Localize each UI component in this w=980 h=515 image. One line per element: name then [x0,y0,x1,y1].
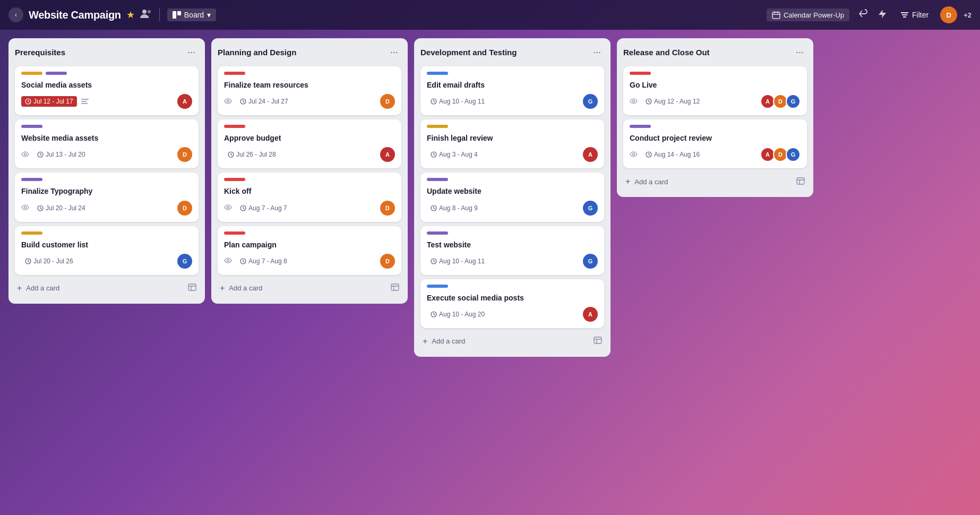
card-tag [427,178,448,181]
card-title-approve-budget: Approve budget [224,133,395,143]
card-tag [224,72,245,75]
collapse-button[interactable]: ‹ [8,7,23,22]
card-approve-budget[interactable]: Approve budget Jul 26 - Jul 28 A [218,119,401,168]
card-tag [21,125,42,128]
column-development: Development and Testing ··· Edit email d… [414,38,611,357]
header-left: ‹ Website Campaign ★ Board ▾ [8,7,761,22]
card-website-media[interactable]: Website media assets Jul 13 - Jul 20 D [15,119,199,168]
column-planning: Planning and Design ··· Finalize team re… [211,38,408,304]
plus-icon: + [220,284,225,293]
avatar-approve-budget: A [380,147,395,162]
avatar-plus-count[interactable]: +2 [964,11,972,19]
template-icon-release[interactable] [796,177,805,186]
column-title-development: Development and Testing [420,48,517,57]
card-tag [224,178,245,181]
template-icon-development[interactable] [594,337,602,346]
svg-point-1 [148,10,151,13]
lightning-icon[interactable] [876,7,889,23]
card-footer-left: Jul 24 - Jul 27 [224,96,292,107]
avatar-test-website: G [583,254,598,269]
eye-icon [630,151,638,159]
card-conduct-review[interactable]: Conduct project review Aug 14 - Aug 16 A… [623,119,807,168]
column-header-release: Release and Close Out ··· [623,45,807,62]
card-test-website[interactable]: Test website Aug 10 - Aug 11 G [420,226,604,275]
svg-point-41 [633,100,635,102]
add-card-release[interactable]: + Add a card [623,173,807,191]
star-icon[interactable]: ★ [126,9,135,21]
calendar-powerup-button[interactable]: Calendar Power-Up [767,8,849,21]
add-card-left: + Add a card [625,177,668,186]
card-tags [427,125,598,129]
card-social-media[interactable]: Social media assets Jul 12 - Jul 17 A [15,66,199,115]
column-menu-prerequisites[interactable]: ··· [184,46,199,59]
template-icon-planning[interactable] [391,284,399,293]
column-title-planning: Planning and Design [218,48,296,57]
avatar-d[interactable]: D [940,6,957,23]
card-finalize-team[interactable]: Finalize team resources Jul 24 - Jul 27 … [218,66,401,115]
date-badge-go-live: Aug 12 - Aug 12 [642,96,703,107]
card-tags [224,231,395,236]
column-prerequisites: Prerequisites ··· Social media assets Ju… [8,38,205,304]
column-header-prerequisites: Prerequisites ··· [15,45,199,62]
card-title-conduct-review: Conduct project review [630,133,801,143]
card-footer-left: Jul 20 - Jul 26 [21,256,77,267]
date-badge-finish-legal: Aug 3 - Aug 4 [427,149,482,160]
plus-icon: + [423,337,427,346]
share-icon[interactable] [856,7,870,23]
board-view-button[interactable]: Board ▾ [167,8,216,21]
card-footer-conduct-review: Aug 14 - Aug 16 ADG [630,147,801,162]
card-title-edit-email: Edit email drafts [427,80,598,90]
card-tags [224,72,395,76]
add-card-label-development: Add a card [432,337,465,345]
add-card-planning[interactable]: + Add a card [218,279,401,297]
date-badge-kick-off: Aug 7 - Aug 7 [236,203,291,213]
filter-button[interactable]: Filter [895,8,934,21]
avatar-finish-legal: A [583,147,598,162]
eye-icon [224,257,232,265]
date-badge-website-media: Jul 13 - Jul 20 [33,149,89,160]
template-icon-prerequisites[interactable] [188,284,196,293]
card-update-website[interactable]: Update website Aug 8 - Aug 9 G [420,173,604,221]
add-card-development[interactable]: + Add a card [420,332,604,350]
card-footer-left: Aug 7 - Aug 8 [224,256,291,267]
header-divider [159,8,160,21]
avatar-social-media: A [177,94,192,109]
card-title-finalize-team: Finalize team resources [224,80,395,90]
add-card-prerequisites[interactable]: + Add a card [15,279,199,297]
card-finalize-typography[interactable]: Finalize Typography Jul 20 - Jul 24 D [15,173,199,221]
card-footer-left: Aug 10 - Aug 20 [427,309,488,320]
card-plan-campaign[interactable]: Plan campaign Aug 7 - Aug 8 D [218,226,401,275]
add-card-label-planning: Add a card [229,284,262,292]
card-footer-finalize-typography: Jul 20 - Jul 24 D [21,201,192,216]
column-menu-development[interactable]: ··· [590,46,604,59]
card-execute-social[interactable]: Execute social media posts Aug 10 - Aug … [420,279,604,328]
column-menu-release[interactable]: ··· [793,46,807,59]
card-title-kick-off: Kick off [224,186,395,196]
avatar-plan-campaign: D [380,254,395,269]
card-tags [630,125,801,129]
card-go-live[interactable]: Go Live Aug 12 - Aug 12 ADG [623,66,807,115]
people-icon[interactable] [140,9,152,21]
card-edit-email[interactable]: Edit email drafts Aug 10 - Aug 11 G [420,66,604,115]
avatar-group: ADG [760,147,801,162]
column-header-development: Development and Testing ··· [420,45,604,62]
date-badge-build-customer: Jul 20 - Jul 26 [21,256,77,267]
card-footer-left: Jul 20 - Jul 24 [21,203,89,213]
card-finish-legal[interactable]: Finish legal review Aug 3 - Aug 4 A [420,119,604,168]
card-footer-left: Aug 10 - Aug 11 [427,96,488,107]
card-build-customer[interactable]: Build customer list Jul 20 - Jul 26 G [15,226,199,275]
card-tags [224,178,395,182]
card-footer-edit-email: Aug 10 - Aug 11 G [427,94,598,109]
plus-icon: + [625,177,630,186]
header-right: Calendar Power-Up Filter D +2 [767,6,972,23]
avatar-group: ADG [760,94,801,109]
svg-point-15 [24,153,27,155]
column-menu-planning[interactable]: ··· [387,46,401,59]
card-kick-off[interactable]: Kick off Aug 7 - Aug 7 D [218,173,401,221]
eye-icon [630,98,638,106]
column-release: Release and Close Out ··· Go Live Aug 12… [617,38,813,197]
card-footer-go-live: Aug 12 - Aug 12 ADG [630,94,801,109]
card-tag [427,231,448,235]
card-tags [224,125,395,129]
chevron-down-icon: ▾ [207,11,211,19]
